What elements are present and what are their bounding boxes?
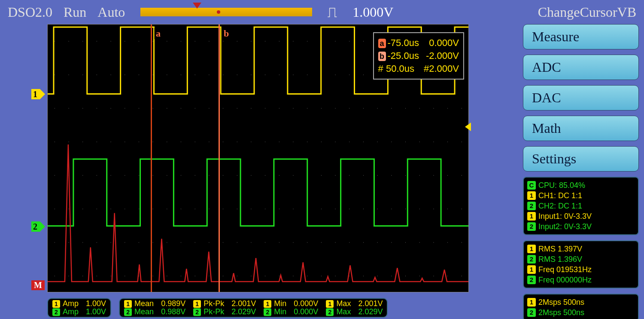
cursor-a-time: -75.0us <box>388 37 419 48</box>
mean-label-2: Mean <box>134 308 154 316</box>
delta-symbol: # <box>378 63 383 74</box>
pkpk-ch2: 2.029V <box>231 308 256 316</box>
input2-range: Input2: 0V-3.3V <box>538 221 592 232</box>
trigger-arrow-icon[interactable] <box>465 123 471 131</box>
top-bar: DSO2.0 Run Auto ⎍ 1.000V ChangeCursorVB <box>0 0 644 24</box>
amp-group: 1Amp 1.00V 2Amp 1.00V <box>47 298 111 318</box>
math-button[interactable]: Math <box>523 116 639 141</box>
freq1-value: Freq 019531Hz <box>538 264 592 275</box>
cursor-readout: a-75.0us0.000V b-25.0us-2.000V # 50.0us#… <box>373 32 464 80</box>
run-button[interactable]: Run <box>64 4 86 20</box>
amp-ch2: 1.00V <box>86 308 106 316</box>
pkpk-label: Pk-Pk <box>204 300 224 308</box>
mean-ch1: 0.989V <box>161 300 185 308</box>
rms2-badge: 2 <box>527 255 536 264</box>
app-title: DSO2.0 <box>8 4 52 20</box>
pkpk-label-2: Pk-Pk <box>204 308 224 316</box>
rms1-value: RMS 1.397V <box>538 244 582 254</box>
rising-edge-icon: ⎍ <box>328 3 337 21</box>
cursor-b-line[interactable] <box>219 25 220 292</box>
mean-ch2: 0.988V <box>161 308 185 316</box>
cursor-a-volt: 0.000V <box>429 37 459 49</box>
status-info-box: CCPU: 85.04% 1CH1: DC 1:1 2CH2: DC 1:1 1… <box>523 177 639 235</box>
ch2-marker[interactable]: 2 <box>31 221 40 232</box>
amp-label-2: Amp <box>63 308 79 316</box>
cursor-a-line[interactable] <box>151 25 152 292</box>
mean-label: Mean <box>134 300 154 308</box>
min-label: Min <box>274 300 286 308</box>
max-label-2: Max <box>336 308 351 316</box>
cursor-delta-volt: #2.000V <box>424 62 459 75</box>
max-ch1: 2.001V <box>358 300 383 308</box>
trigger-position-icon <box>217 10 220 14</box>
pkpk-ch1: 2.001V <box>231 300 256 308</box>
amp-ch1: 1.00V <box>86 300 106 308</box>
cpu-badge: C <box>527 181 536 190</box>
freq1-badge: 1 <box>527 265 536 274</box>
ch2-badge: 2 <box>527 202 536 210</box>
ch1-marker[interactable]: 1 <box>31 89 40 99</box>
auto-button[interactable]: Auto <box>97 4 125 20</box>
trigger-slider[interactable] <box>140 8 312 16</box>
measure-button[interactable]: Measure <box>523 24 639 49</box>
cursor-b-time: -25.0us <box>388 50 419 61</box>
cursor-a-label: a <box>154 28 162 39</box>
freq2-value: Freq 000000Hz <box>538 275 592 285</box>
trigger-level[interactable]: 1.000V <box>348 4 393 20</box>
min-label-2: Min <box>274 308 286 316</box>
waveform-display[interactable]: 1 2 M a b a-75.0us0.000V b-25.0us-2.000V… <box>47 24 469 292</box>
channel-markers: 1 2 <box>31 25 48 292</box>
cursor-a-badge: a <box>378 39 386 48</box>
cursor-delta-time: 50.0us <box>386 63 414 74</box>
cursor-b-badge: b <box>378 52 386 61</box>
bottom-bar: 1Amp 1.00V 2Amp 1.00V 1Mean 0.989V 2Mean… <box>47 298 639 317</box>
measurement-info-box: 1RMS 1.397V 2RMS 1.396V 1Freq 019531Hz 2… <box>523 240 639 288</box>
freq2-badge: 2 <box>527 276 536 284</box>
ch1-badge: 1 <box>527 191 536 200</box>
dac-button[interactable]: DAC <box>523 85 639 110</box>
min-ch2: 0.000V <box>294 308 318 316</box>
cursor-b-label: b <box>222 28 231 39</box>
cpu-value: CPU: 85.04% <box>538 180 585 190</box>
max-ch2: 2.029V <box>358 308 383 316</box>
input1-range: Input1: 0V-3.3V <box>538 211 592 221</box>
rms2-value: RMS 1.396V <box>538 254 582 264</box>
ch2-coupling: CH2: DC 1:1 <box>538 201 582 211</box>
settings-button[interactable]: Settings <box>523 146 639 172</box>
rms1-badge: 1 <box>527 245 536 253</box>
cursor-b-volt: -2.000V <box>426 49 459 62</box>
cursor-mode-button[interactable]: ChangeCursorVB <box>538 4 636 20</box>
amp-label: Amp <box>63 300 79 308</box>
adc-button[interactable]: ADC <box>523 55 639 80</box>
trigger-marker-icon <box>193 3 201 9</box>
side-panel: Measure ADC DAC Math Settings CCPU: 85.0… <box>523 24 639 319</box>
ch1-coupling: CH1: DC 1:1 <box>538 190 582 201</box>
min-ch1: 0.000V <box>294 300 318 308</box>
mean-pkpk-min-max-group: 1Mean 0.989V 2Mean 0.988V 1Pk-Pk 2.001V … <box>119 298 388 318</box>
math-marker[interactable]: M <box>31 280 45 290</box>
max-label: Max <box>336 300 351 308</box>
in2-badge: 2 <box>527 222 536 231</box>
in1-badge: 1 <box>527 212 536 221</box>
